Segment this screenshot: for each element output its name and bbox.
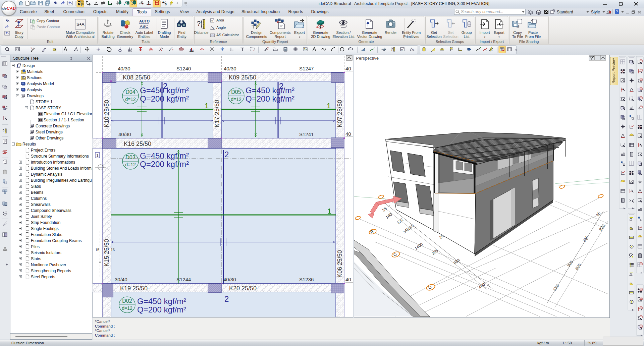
svg-text:ABC: ABC xyxy=(140,24,148,29)
svg-text:K20 25/50: K20 25/50 xyxy=(229,285,257,292)
svg-text:?: ? xyxy=(616,10,618,14)
svg-text:Q=200 kgf/m²: Q=200 kgf/m² xyxy=(140,94,189,103)
svg-text:?: ? xyxy=(412,49,414,51)
svg-text:122: 122 xyxy=(396,217,404,225)
svg-text:K: K xyxy=(5,233,7,237)
svg-text:K10 25/50: K10 25/50 xyxy=(103,100,110,127)
svg-text:2: 2 xyxy=(224,150,229,159)
svg-text:2: 2 xyxy=(403,47,404,49)
svg-text:2: 2 xyxy=(163,81,167,91)
svg-text:2: 2 xyxy=(224,294,229,303)
svg-text:160: 160 xyxy=(385,212,393,220)
svg-text:D02: D02 xyxy=(122,298,132,304)
svg-text:1: 1 xyxy=(327,102,331,110)
svg-text:D05: D05 xyxy=(231,89,241,95)
svg-text:2: 2 xyxy=(485,50,487,52)
svg-text:40/30: 40/30 xyxy=(224,66,236,71)
svg-text:K06 25/50: K06 25/50 xyxy=(336,250,343,278)
svg-text:2: 2 xyxy=(279,81,283,91)
svg-text:A: A xyxy=(82,22,85,27)
svg-text:320: 320 xyxy=(598,223,606,232)
svg-text:1: 1 xyxy=(205,102,209,110)
svg-text:+2: +2 xyxy=(381,48,385,51)
svg-text:150: 150 xyxy=(552,283,560,292)
svg-text:?: ? xyxy=(2,129,4,133)
svg-text:40/30: 40/30 xyxy=(118,131,131,137)
svg-text:G=450 kgf/m²: G=450 kgf/m² xyxy=(140,151,189,160)
svg-text:S: S xyxy=(165,3,167,6)
svg-text:1: 1 xyxy=(327,207,331,215)
svg-text:40: 40 xyxy=(345,131,351,137)
svg-text:?: ? xyxy=(197,20,201,27)
svg-text:Perspective: Perspective xyxy=(356,56,379,61)
svg-text:2: 2 xyxy=(213,18,214,20)
svg-text:Q=200 kgf/m²: Q=200 kgf/m² xyxy=(137,305,186,314)
svg-text:d=12: d=12 xyxy=(122,305,132,311)
svg-text:30/40: 30/40 xyxy=(115,277,127,282)
svg-text:d=12: d=12 xyxy=(231,97,241,102)
svg-text:40: 40 xyxy=(345,277,351,282)
svg-text:K16 25/50: K16 25/50 xyxy=(124,140,151,147)
svg-text:S1241: S1241 xyxy=(299,131,314,137)
svg-text:265: 265 xyxy=(582,235,589,243)
svg-text:K17 25/50: K17 25/50 xyxy=(214,100,220,127)
svg-text:G=450 kgf/m²: G=450 kgf/m² xyxy=(246,86,294,95)
svg-text:Q=200 kgf/m²: Q=200 kgf/m² xyxy=(140,160,189,169)
svg-text:S1244: S1244 xyxy=(176,277,191,282)
svg-text:D03: D03 xyxy=(125,155,135,160)
svg-text:15: 15 xyxy=(95,248,99,252)
svg-text:S1236: S1236 xyxy=(299,277,314,282)
svg-text:?: ? xyxy=(391,47,393,52)
svg-text:S1247: S1247 xyxy=(299,66,314,71)
svg-text:838: 838 xyxy=(452,257,461,266)
svg-text:40/30: 40/30 xyxy=(118,66,130,71)
svg-text:40: 40 xyxy=(345,66,351,71)
svg-text:K15 25/50: K15 25/50 xyxy=(103,239,110,267)
svg-text:K19 25/50: K19 25/50 xyxy=(120,285,148,292)
svg-text:K07 25/50: K07 25/50 xyxy=(336,100,343,127)
svg-text:K08 25/50: K08 25/50 xyxy=(123,74,150,81)
svg-text:G=450 kgf/m²: G=450 kgf/m² xyxy=(137,297,186,306)
svg-text:35: 35 xyxy=(595,211,601,217)
svg-text:600: 600 xyxy=(574,263,582,271)
svg-text:S1240: S1240 xyxy=(176,66,191,71)
svg-text:?: ? xyxy=(212,27,214,30)
svg-text:Q=200 kgf/m²: Q=200 kgf/m² xyxy=(246,94,294,103)
svg-text:1: 1 xyxy=(96,153,99,158)
svg-text:mm: mm xyxy=(211,34,214,36)
svg-text:355: 355 xyxy=(431,248,439,256)
svg-text:K09 25/50: K09 25/50 xyxy=(229,74,256,81)
svg-text:16: 16 xyxy=(111,248,115,252)
svg-text:35: 35 xyxy=(381,206,388,213)
svg-text:d=12: d=12 xyxy=(125,97,136,102)
svg-text:d=12: d=12 xyxy=(125,162,136,167)
svg-text:40/30: 40/30 xyxy=(223,277,236,282)
svg-text:D04: D04 xyxy=(125,89,135,95)
